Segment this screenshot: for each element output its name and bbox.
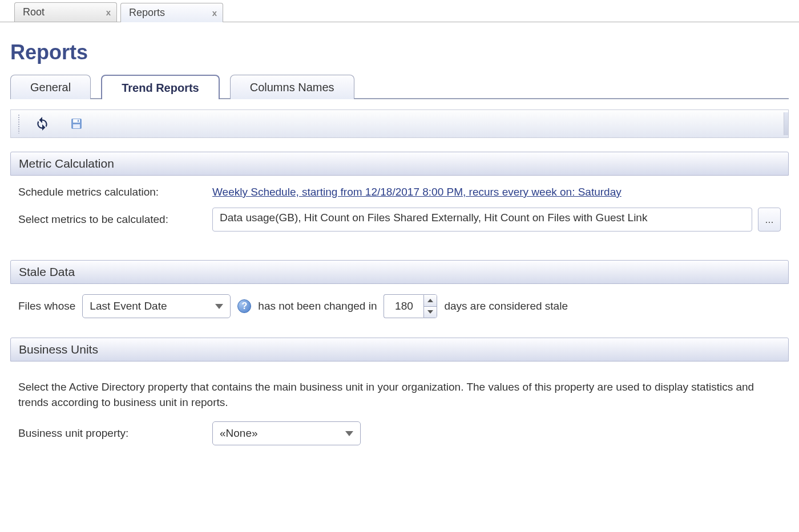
metrics-field[interactable]: Data usage(GB), Hit Count on Files Share…: [212, 208, 752, 232]
days-down-button[interactable]: [424, 307, 437, 318]
tab-general-label: General: [30, 81, 71, 94]
date-type-select[interactable]: Last Event Date: [82, 294, 231, 318]
svg-rect-3: [73, 124, 80, 128]
save-icon: [70, 117, 83, 131]
days-up-button[interactable]: [424, 295, 437, 307]
section-header-bu: Business Units: [10, 338, 789, 362]
help-icon[interactable]: ?: [237, 299, 251, 313]
bu-property-select[interactable]: «None»: [212, 421, 361, 445]
schedule-link[interactable]: Weekly Schedule, starting from 12/18/201…: [212, 186, 622, 198]
refresh-button[interactable]: [30, 113, 54, 134]
bu-description: Select the Active Directory property tha…: [18, 380, 781, 410]
stale-middle: has not been changed in: [258, 300, 377, 312]
days-stepper[interactable]: [384, 294, 437, 318]
chevron-down-icon: [215, 304, 223, 309]
section-header-metric: Metric Calculation: [10, 152, 789, 176]
page-title: Reports: [10, 40, 789, 64]
toolbar: [10, 109, 789, 138]
svg-rect-2: [78, 120, 79, 122]
metrics-browse-button[interactable]: ...: [758, 208, 781, 232]
stale-prefix: Files whose: [18, 300, 75, 312]
window-tab-bar: Root x Reports x: [0, 0, 799, 22]
section-business-units: Business Units Select the Active Directo…: [10, 338, 789, 460]
date-type-value: Last Event Date: [90, 300, 167, 312]
sub-tab-bar: General Trend Reports Columns Names: [10, 74, 789, 99]
section-header-stale: Stale Data: [10, 260, 789, 284]
tab-general[interactable]: General: [10, 75, 91, 99]
svg-rect-1: [73, 119, 80, 123]
toolbar-overflow[interactable]: [784, 112, 788, 135]
bu-property-label: Business unit property:: [18, 427, 207, 440]
chevron-down-icon: [345, 431, 353, 436]
triangle-up-icon: [427, 299, 433, 302]
tab-trend-reports-label: Trend Reports: [122, 82, 199, 94]
window-tab-root[interactable]: Root x: [14, 2, 117, 22]
schedule-label: Schedule metrics calculation:: [18, 186, 207, 198]
bu-property-value: «None»: [220, 427, 258, 440]
close-icon[interactable]: x: [212, 8, 217, 18]
tab-trend-reports[interactable]: Trend Reports: [101, 75, 220, 99]
refresh-icon: [35, 116, 50, 131]
select-metrics-label: Select metrics to be calculated:: [18, 213, 207, 226]
days-input[interactable]: [384, 294, 423, 318]
save-button[interactable]: [64, 113, 88, 134]
close-icon[interactable]: x: [106, 7, 111, 17]
section-stale-data: Stale Data Files whose Last Event Date ?…: [10, 260, 789, 324]
toolbar-grip: [18, 114, 20, 133]
window-tab-root-label: Root: [23, 6, 45, 18]
tab-columns-names[interactable]: Columns Names: [230, 75, 354, 99]
triangle-down-icon: [427, 310, 433, 314]
section-metric-calculation: Metric Calculation Schedule metrics calc…: [10, 152, 789, 246]
window-tab-reports[interactable]: Reports x: [120, 3, 223, 22]
tab-columns-names-label: Columns Names: [250, 81, 334, 94]
window-tab-reports-label: Reports: [129, 7, 165, 19]
stale-suffix: days are considered stale: [444, 300, 568, 312]
